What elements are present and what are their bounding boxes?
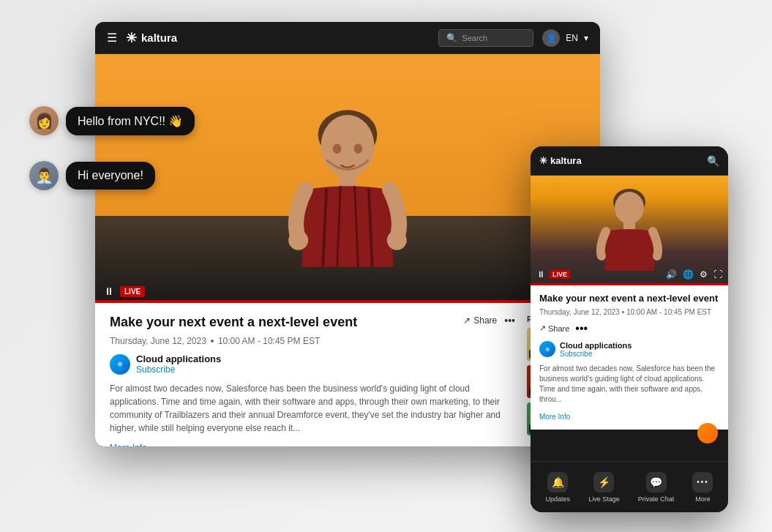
svg-point-12	[615, 192, 644, 224]
channel-name: Cloud applications	[136, 353, 221, 364]
mobile-video-controls: ⏸ LIVE	[536, 269, 570, 280]
mobile-live-bar	[531, 283, 728, 285]
chat-message-2: Hi everyone!	[66, 162, 155, 190]
mobile-channel-row: ✳ Cloud applications Subscribe	[539, 341, 719, 358]
mobile-description: For almost two decades now, Salesforce h…	[539, 364, 719, 405]
mobile-search-icon[interactable]: 🔍	[707, 155, 719, 167]
more-icon: •••	[692, 472, 713, 492]
title-actions: ↗ Share •••	[463, 315, 515, 326]
mobile-bottom-nav: 🔔 Updates ⚡ Live Stage 💬 Private Chat ••…	[531, 461, 728, 512]
search-placeholder: Search	[462, 34, 487, 42]
event-time: 10:00 AM - 10:45 PM EST	[218, 336, 320, 346]
mobile-channel-icon: ✳	[539, 341, 555, 357]
svg-point-8	[387, 231, 407, 250]
mobile-share-row: ↗ Share •••	[539, 322, 719, 335]
kaltura-brand-name: kaltura	[141, 31, 177, 44]
content-area: Make your next event a next-level event …	[95, 303, 600, 446]
title-row: Make your next event a next-level event …	[110, 315, 515, 333]
video-area: ⏸ LIVE	[95, 54, 600, 303]
subscribe-link[interactable]: Subscribe	[136, 364, 221, 375]
main-content: Make your next event a next-level event …	[110, 315, 515, 446]
mobile-header: ✳ kaltura 🔍	[531, 146, 728, 176]
channel-icon: ✳	[110, 354, 130, 375]
mobile-video-icons: 🔊 🌐 ⚙ ⛶	[666, 269, 722, 280]
mobile-more-button[interactable]: •••	[575, 322, 588, 335]
video-controls: ⏸ LIVE	[104, 285, 145, 297]
event-meta: Thursday, June 12, 2023 10:00 AM - 10:45…	[110, 336, 515, 346]
kaltura-logo-mobile: ✳ kaltura	[539, 155, 582, 166]
private-chat-icon: 💬	[646, 472, 667, 492]
mobile-notification-dot	[697, 423, 718, 443]
search-box[interactable]: 🔍 Search	[438, 29, 533, 47]
svg-rect-2	[339, 174, 356, 188]
share-icon: ↗	[463, 315, 471, 326]
mobile-window: ✳ kaltura 🔍 ⏸ LIVE 🔊 🌐 ⚙ ⛶	[531, 146, 728, 512]
nav-item-updates[interactable]: 🔔 Updates	[546, 472, 571, 503]
mobile-event-date: Thursday, June 12, 2023	[539, 308, 620, 316]
mobile-more-info-link[interactable]: More Info	[539, 413, 570, 421]
mobile-fullscreen-icon[interactable]: ⛶	[713, 269, 722, 280]
nav-item-live-stage[interactable]: ⚡ Live Stage	[588, 472, 620, 503]
chat-bubble-2: 👨‍💼 Hi everyone!	[29, 161, 155, 190]
chat-avatar-2: 👨‍💼	[29, 161, 59, 190]
kaltura-logo-desktop: ✳ kaltura	[126, 30, 177, 46]
language-chevron-icon: ▾	[584, 33, 588, 43]
kaltura-star-icon: ✳	[126, 30, 137, 46]
mobile-pause-button[interactable]: ⏸	[536, 269, 545, 280]
female-avatar-icon: 👩	[29, 106, 59, 135]
mobile-settings-icon[interactable]: ⚙	[700, 269, 708, 280]
chat-bubble-1: 👩 Hello from NYC!! 👋	[29, 106, 195, 135]
mobile-event-title: Make your next event a next-level event	[539, 293, 719, 305]
language-selector[interactable]: EN	[566, 33, 578, 43]
live-stage-icon: ⚡	[593, 472, 614, 492]
user-avatar-icon[interactable]: 👤	[542, 29, 560, 47]
desktop-window: ☰ ✳ kaltura 🔍 Search 👤 EN ▾	[95, 22, 600, 446]
event-date: Thursday, June 12, 2023	[110, 336, 206, 346]
updates-label: Updates	[546, 495, 571, 503]
chat-message-1: Hello from NYC!! 👋	[66, 107, 195, 135]
mobile-volume-icon[interactable]: 🔊	[666, 269, 677, 280]
mobile-live-badge: LIVE	[550, 270, 570, 279]
user-nav: 👤 EN ▾	[542, 29, 588, 47]
live-stage-label: Live Stage	[588, 495, 620, 503]
svg-point-9	[333, 144, 342, 154]
more-label: More	[695, 495, 711, 503]
live-progress-bar	[95, 300, 600, 303]
mobile-brand-name: kaltura	[550, 155, 582, 166]
chat-avatar-1: 👩	[29, 106, 59, 135]
nav-item-private-chat[interactable]: 💬 Private Chat	[638, 472, 675, 503]
mobile-share-button[interactable]: ↗ Share	[539, 323, 569, 333]
mobile-share-label: Share	[548, 324, 569, 333]
svg-rect-13	[623, 222, 635, 230]
male-avatar-icon: 👨‍💼	[29, 161, 59, 190]
updates-icon: 🔔	[547, 472, 568, 492]
mobile-video-area: ⏸ LIVE 🔊 🌐 ⚙ ⛶	[531, 176, 728, 285]
hamburger-icon[interactable]: ☰	[107, 31, 117, 45]
event-title: Make your next event a next-level event	[110, 315, 357, 330]
channel-row: ✳ Cloud applications Subscribe	[110, 353, 515, 375]
more-info-link[interactable]: More Info	[110, 443, 147, 446]
svg-point-7	[288, 231, 308, 250]
mobile-globe-icon[interactable]: 🌐	[683, 269, 694, 280]
desktop-header: ☰ ✳ kaltura 🔍 Search 👤 EN ▾	[95, 22, 600, 54]
search-icon: 🔍	[446, 33, 457, 43]
private-chat-label: Private Chat	[638, 495, 675, 503]
more-options-button[interactable]: •••	[504, 315, 515, 326]
svg-point-10	[354, 144, 363, 154]
presenter-figure	[282, 98, 413, 281]
mobile-kaltura-star-icon: ✳	[539, 155, 547, 166]
pause-button[interactable]: ⏸	[104, 285, 114, 297]
mobile-event-time: 10:00 AM - 10:45 PM EST	[626, 308, 711, 316]
share-label: Share	[473, 315, 497, 326]
mobile-content: Make your next event a next-level event …	[531, 285, 728, 430]
mobile-share-icon: ↗	[539, 323, 546, 333]
live-badge: LIVE	[120, 286, 145, 297]
event-description: For almost two decades now, Salesforce h…	[110, 382, 515, 435]
share-button[interactable]: ↗ Share	[463, 315, 497, 326]
mobile-event-meta: Thursday, June 12, 2023 • 10:00 AM - 10:…	[539, 308, 719, 316]
mobile-channel-name: Cloud applications	[560, 341, 632, 350]
nav-item-more[interactable]: ••• More	[692, 472, 713, 503]
mobile-subscribe-link[interactable]: Subscribe	[560, 350, 632, 358]
